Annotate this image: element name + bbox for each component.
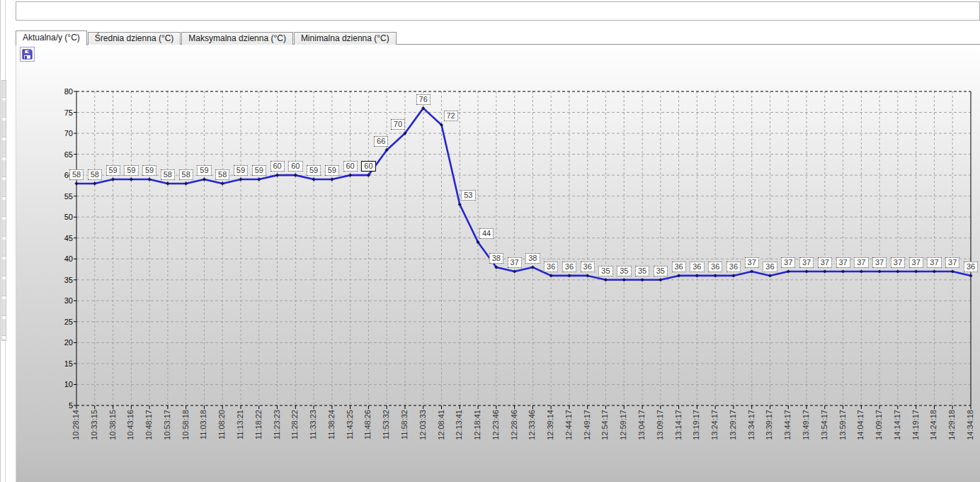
x-axis-label: 10:28:14 (72, 410, 80, 454)
x-axis-label: 12:54:17 (600, 410, 609, 454)
x-axis-label: 12:08:41 (437, 410, 445, 454)
x-axis-label: 10:53:17 (163, 410, 171, 454)
tab-bar: Aktualna/y (°C)Średnia dzienna (°C)Maksy… (16, 31, 397, 45)
x-axis-label: 11:58:32 (400, 410, 409, 454)
y-axis-label: 15 (49, 359, 73, 368)
x-axis-label: 10:48:17 (144, 410, 153, 454)
x-axis-label: 11:33:23 (309, 410, 317, 454)
x-axis-label: 10:58:18 (181, 410, 190, 454)
x-axis-label: 14:34:18 (966, 410, 974, 454)
x-axis-label: 11:48:26 (363, 410, 372, 454)
x-axis-label: 10:33:15 (90, 410, 98, 454)
y-axis-label: 35 (49, 276, 73, 284)
x-axis-label: 12:28:46 (510, 410, 518, 454)
x-axis-label: 12:13:41 (455, 410, 463, 454)
chart-plot-area[interactable] (76, 91, 971, 405)
x-axis-label: 11:38:24 (327, 410, 336, 454)
y-axis-label: 20 (49, 338, 73, 347)
x-axis-label: 11:23:23 (273, 410, 281, 454)
x-axis-label: 12:39:14 (546, 410, 554, 454)
x-axis-label: 11:13:21 (236, 410, 244, 454)
y-axis-label: 30 (49, 296, 73, 305)
y-axis-label: 75 (49, 108, 73, 117)
x-axis-label: 13:59:17 (838, 410, 847, 454)
y-axis-label: 45 (49, 234, 73, 242)
x-axis-label: 12:49:17 (583, 410, 591, 454)
y-axis-label: 70 (49, 129, 73, 138)
x-axis-label: 14:09:17 (874, 410, 883, 454)
x-axis-label: 12:33:46 (528, 410, 536, 454)
x-axis-label: 14:14:17 (893, 410, 901, 454)
x-axis-label: 13:44:17 (783, 410, 792, 454)
y-axis-label: 40 (49, 254, 73, 263)
y-axis-label: 55 (49, 192, 73, 201)
y-axis-label: 65 (49, 150, 73, 159)
x-axis-label: 11:08:20 (217, 410, 226, 454)
x-axis-label: 14:04:17 (856, 410, 865, 454)
x-axis-label: 13:29:17 (729, 410, 737, 454)
x-axis-label: 11:18:22 (254, 410, 263, 454)
tab-aktualna[interactable]: Aktualna/y (°C) (16, 30, 87, 45)
tab-maksymalna-dzienna[interactable]: Maksymalna dzienna (°C) (181, 32, 293, 45)
x-axis-label: 13:09:17 (656, 410, 664, 454)
x-axis-label: 10:43:16 (126, 410, 135, 454)
y-axis-label: 5 (49, 401, 73, 410)
x-axis-label: 14:19:17 (911, 410, 920, 454)
y-axis-label: 25 (49, 318, 73, 326)
x-axis-label: 12:03:33 (418, 410, 427, 454)
x-axis-label: 13:49:17 (802, 410, 810, 454)
x-axis-label: 11:43:25 (346, 410, 354, 454)
tab-srednia-dzienna[interactable]: Średnia dzienna (°C) (88, 32, 181, 45)
x-axis-label: 12:44:17 (564, 410, 573, 454)
x-axis-label: 11:28:22 (290, 410, 299, 454)
y-axis-label: 50 (49, 213, 73, 221)
tab-minimalna-dzienna[interactable]: Minimalna dzienna (°C) (294, 32, 397, 45)
x-axis-label: 14:29:18 (947, 410, 956, 454)
x-axis-label: 12:18:41 (473, 410, 482, 454)
x-axis-label: 13:54:17 (820, 410, 828, 454)
x-axis-label: 13:24:17 (710, 410, 719, 454)
x-axis-label: 11:03:18 (199, 410, 207, 454)
x-axis-label: 12:23:46 (491, 410, 500, 454)
x-axis-label: 12:59:17 (619, 410, 627, 454)
x-axis-label: 10:38:15 (108, 410, 117, 454)
x-axis-label: 13:14:17 (674, 410, 683, 454)
y-axis-label: 80 (49, 87, 73, 96)
x-axis-label: 13:34:17 (747, 410, 756, 454)
x-axis-label: 13:39:17 (765, 410, 773, 454)
temperature-chart: 510152025303540455055606570758010:28:141… (0, 0, 980, 482)
x-axis-label: 11:53:32 (382, 410, 390, 454)
x-axis-label: 14:24:18 (929, 410, 938, 454)
y-axis-label: 10 (49, 380, 73, 388)
x-axis-label: 13:04:17 (637, 410, 646, 454)
x-axis-label: 13:19:17 (692, 410, 700, 454)
